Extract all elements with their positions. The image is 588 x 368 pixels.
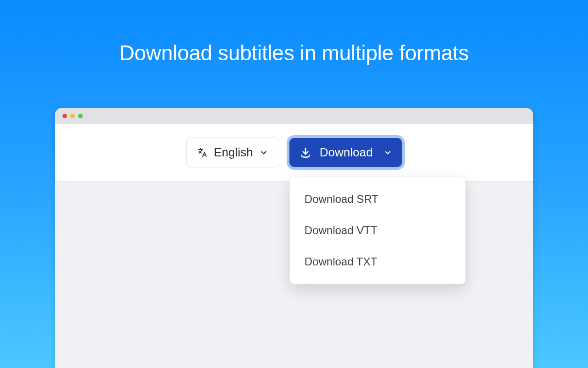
download-icon [300, 147, 311, 159]
chevron-down-icon [384, 149, 392, 157]
window-close-dot[interactable] [62, 114, 67, 118]
download-option-txt[interactable]: Download TXT [290, 246, 465, 277]
download-option-srt[interactable]: Download SRT [290, 184, 465, 215]
toolbar: English Download Download SRT Download V [55, 124, 533, 182]
window-titlebar [55, 108, 533, 124]
language-selected-label: English [214, 145, 253, 160]
page-headline: Download subtitles in multiple formats [0, 0, 588, 65]
download-option-vtt[interactable]: Download VTT [290, 215, 465, 246]
window-minimize-dot[interactable] [70, 114, 75, 118]
chevron-down-icon [260, 149, 268, 157]
download-dropdown-container: Download Download SRT Download VTT Downl… [289, 138, 402, 167]
browser-window: English Download Download SRT Download V [55, 108, 533, 368]
download-dropdown-panel: Download SRT Download VTT Download TXT [289, 177, 466, 284]
download-button[interactable]: Download [289, 138, 402, 167]
language-selector[interactable]: English [186, 138, 279, 167]
download-button-label: Download [320, 145, 373, 160]
translate-icon [197, 147, 208, 158]
window-maximize-dot[interactable] [78, 114, 83, 118]
